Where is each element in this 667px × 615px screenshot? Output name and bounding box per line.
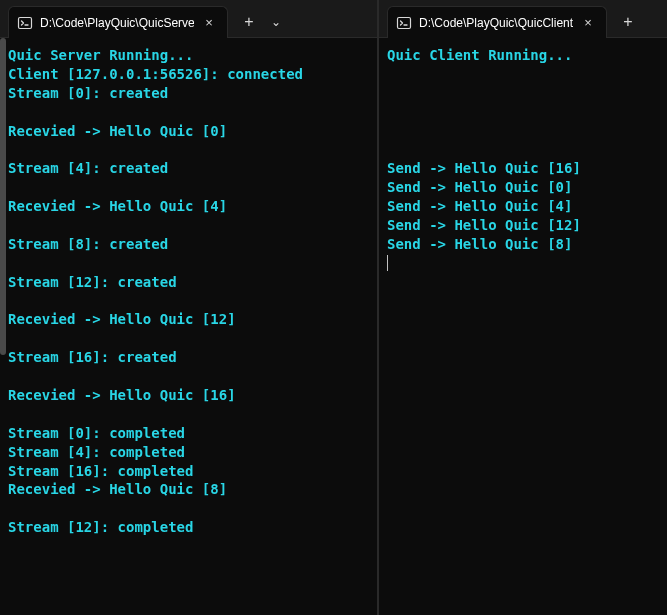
terminal-icon	[396, 15, 412, 31]
terminal-line: Stream [4]: completed	[8, 443, 373, 462]
terminal-line	[387, 140, 663, 159]
close-icon[interactable]: ×	[580, 15, 596, 31]
terminal-output-client: Quic Client Running... Send -> Hello Qui…	[379, 38, 667, 615]
terminal-line	[8, 329, 373, 348]
terminal-line	[8, 254, 373, 273]
terminal-line: Recevied -> Hello Quic [16]	[8, 386, 373, 405]
terminal-line	[8, 367, 373, 386]
tab-client[interactable]: D:\Code\PlayQuic\QuicClient\ ×	[387, 6, 607, 38]
terminal-icon	[17, 15, 33, 31]
terminal-line: Send -> Hello Quic [16]	[387, 159, 663, 178]
terminal-line: Send -> Hello Quic [4]	[387, 197, 663, 216]
svg-rect-2	[398, 17, 411, 28]
scrollbar-track	[0, 38, 6, 615]
app-container: D:\Code\PlayQuic\QuicServer × + ⌄ Quic S…	[0, 0, 667, 615]
terminal-line: Stream [8]: created	[8, 235, 373, 254]
left-pane: D:\Code\PlayQuic\QuicServer × + ⌄ Quic S…	[0, 0, 377, 615]
terminal-line	[8, 216, 373, 235]
tab-title-server: D:\Code\PlayQuic\QuicServer	[40, 16, 194, 30]
terminal-line: Stream [4]: created	[8, 159, 373, 178]
right-pane: D:\Code\PlayQuic\QuicClient\ × + Quic Cl…	[379, 0, 667, 615]
terminal-line	[8, 499, 373, 518]
terminal-line: Stream [12]: completed	[8, 518, 373, 537]
terminal-line: Quic Client Running...	[387, 46, 663, 65]
terminal-line: Send -> Hello Quic [8]	[387, 235, 663, 254]
new-tab-button[interactable]: +	[234, 7, 264, 37]
tab-bar-left: D:\Code\PlayQuic\QuicServer × + ⌄	[0, 0, 377, 38]
terminal-line: Recevied -> Hello Quic [8]	[8, 480, 373, 499]
terminal-line: Quic Server Running...	[8, 46, 373, 65]
tab-server[interactable]: D:\Code\PlayQuic\QuicServer ×	[8, 6, 228, 38]
terminal-output-server: Quic Server Running...Client [127.0.0.1:…	[0, 38, 377, 615]
terminal-line	[387, 65, 663, 84]
terminal-line	[8, 292, 373, 311]
tab-title-client: D:\Code\PlayQuic\QuicClient\	[419, 16, 573, 30]
tab-bar-right: D:\Code\PlayQuic\QuicClient\ × +	[379, 0, 667, 38]
terminal-line	[387, 122, 663, 141]
chevron-down-icon[interactable]: ⌄	[264, 7, 288, 37]
terminal-line: Recevied -> Hello Quic [0]	[8, 122, 373, 141]
terminal-line	[8, 405, 373, 424]
terminal-line: Recevied -> Hello Quic [4]	[8, 197, 373, 216]
svg-rect-0	[19, 17, 32, 28]
cursor	[387, 255, 388, 271]
terminal-line: Stream [0]: created	[8, 84, 373, 103]
terminal-line	[387, 103, 663, 122]
scrollbar-thumb[interactable]	[0, 38, 6, 355]
scrollbar-left[interactable]	[0, 38, 6, 615]
terminal-line: Stream [12]: created	[8, 273, 373, 292]
terminal-line: Send -> Hello Quic [0]	[387, 178, 663, 197]
terminal-line	[387, 84, 663, 103]
terminal-line: Stream [0]: completed	[8, 424, 373, 443]
new-tab-button[interactable]: +	[613, 7, 643, 37]
terminal-line: Stream [16]: created	[8, 348, 373, 367]
terminal-line	[8, 140, 373, 159]
close-icon[interactable]: ×	[201, 15, 217, 31]
terminal-line: Client [127.0.0.1:56526]: connected	[8, 65, 373, 84]
terminal-line: Send -> Hello Quic [12]	[387, 216, 663, 235]
terminal-line: Stream [16]: completed	[8, 462, 373, 481]
terminal-line: Recevied -> Hello Quic [12]	[8, 310, 373, 329]
terminal-line	[8, 178, 373, 197]
terminal-line	[8, 103, 373, 122]
